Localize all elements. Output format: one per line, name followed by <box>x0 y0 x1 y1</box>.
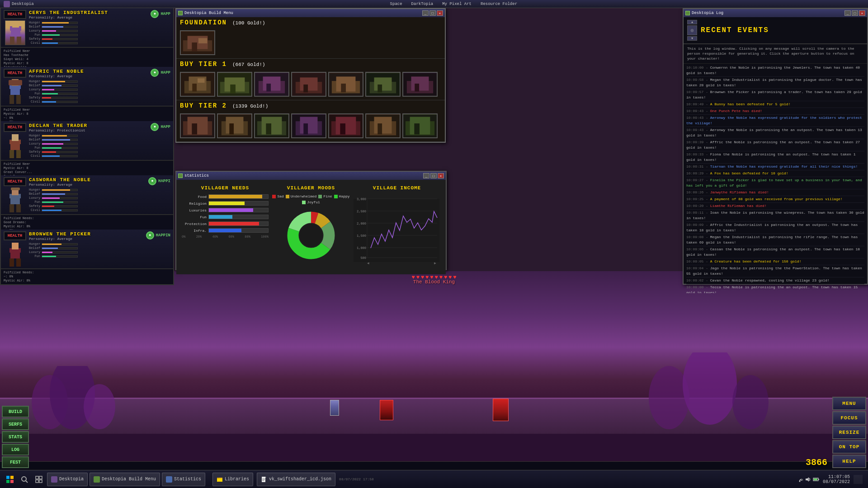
tier1-item-6[interactable] <box>365 72 401 97</box>
income-panel: VILLAGE INCOME 3,000 2,500 2,000 1,500 1… <box>352 183 442 271</box>
tier1-item-4[interactable] <box>291 72 326 97</box>
tier1-item-2[interactable] <box>217 72 252 97</box>
wifi-icon <box>797 476 803 483</box>
log-entry-18[interactable]: 10:09:06 - Cassan the Noble is patronisi… <box>686 246 864 258</box>
svg-rect-19 <box>12 134 19 141</box>
nav-space[interactable]: Space <box>390 2 402 6</box>
menu-button[interactable]: MENU <box>832 397 866 410</box>
help-button[interactable]: HELP <box>832 455 866 468</box>
statistics-window: statistics _ □ × VILLAGER NEEDS Food Rel… <box>175 171 447 270</box>
svg-rect-129 <box>39 476 42 479</box>
taskbar-build-icon <box>94 476 100 483</box>
tier2-item-5[interactable] <box>328 113 363 138</box>
log-entry-20[interactable]: 10:09:04 - Jago the Noble is patronising… <box>686 265 864 277</box>
start-button[interactable] <box>4 473 16 486</box>
taskbar-desktopia[interactable]: Desktopia <box>47 473 88 486</box>
log-button[interactable]: LOG <box>2 444 29 455</box>
foundation-item-1[interactable] <box>180 30 215 55</box>
log-minimize[interactable]: _ <box>844 10 851 16</box>
log-entry-10[interactable]: 10:09:29 - A Fox has been defeated for 1… <box>686 170 864 177</box>
tier2-item-3[interactable] <box>254 113 289 138</box>
build-button[interactable]: BUILD <box>2 406 29 418</box>
svg-rect-34 <box>9 258 14 267</box>
tier1-item-3[interactable] <box>254 72 289 97</box>
log-entry-2[interactable]: 10:09:57 - Brownwn the Picker is patroni… <box>686 89 864 101</box>
stats-minimize[interactable]: _ <box>423 173 429 178</box>
player-sprite <box>330 400 339 416</box>
log-entry-0[interactable]: 10:10:00 - Conwernn the Noble is patroni… <box>686 65 864 77</box>
tier2-item-2[interactable] <box>217 113 252 138</box>
svg-rect-70 <box>411 76 429 90</box>
log-entry-19[interactable]: 10:09:05 - A Creature has been defeated … <box>686 258 864 265</box>
log-nav-down[interactable]: ▼ <box>687 36 697 41</box>
log-entry-17[interactable]: 10:09:08 - Megan the Industrialist is pa… <box>686 234 864 246</box>
build-menu-close[interactable]: × <box>437 10 443 16</box>
focus-button[interactable]: FOCUS <box>832 411 866 425</box>
log-entry-1[interactable]: 10:09:58 - Megan the Industrialist is pa… <box>686 77 864 89</box>
bronwen-fun-bar <box>42 256 56 257</box>
resize-button[interactable]: RESIZE <box>832 426 866 439</box>
log-entry-11[interactable]: 10:09:27 - Finella the Picker is glad to… <box>686 177 864 189</box>
log-entry-22[interactable]: 10:09:00 - Tecca the Noble is patronisin… <box>686 284 864 293</box>
log-entry-9[interactable]: 10:09:31 - Tiarnan the Noble has express… <box>686 164 864 170</box>
fest-button[interactable]: FEST <box>2 456 29 468</box>
tier2-item-1[interactable] <box>180 113 215 138</box>
log-entry-16[interactable]: 10:09:09 - Affric the Industrialist is p… <box>686 222 864 234</box>
log-entry-14[interactable]: 10:09:20 - Liamthe Rifleman has died! <box>686 203 864 210</box>
cerys-happy: ● HAPP <box>151 10 170 18</box>
taskbar-statistics[interactable]: Statistics <box>162 473 205 486</box>
taskbar-stats-icon <box>166 476 172 483</box>
log-maximize[interactable]: □ <box>852 10 858 16</box>
taskview-button[interactable] <box>33 473 45 486</box>
enemy-sprite-2 <box>493 399 509 421</box>
bronwen-happy: ● HAPPIN <box>146 231 170 239</box>
declan-sprite <box>5 133 25 158</box>
taskbar-right: 11:07:05 08/07/2022 <box>791 474 868 484</box>
ontop-button[interactable]: ON TOP <box>832 440 866 454</box>
stats-button[interactable]: STATS <box>2 431 29 443</box>
tier2-item-4[interactable] <box>291 113 326 138</box>
log-entry-7[interactable]: 10:09:39 - Affric the Noble is patronisi… <box>686 139 864 151</box>
log-aperture-btn[interactable]: ◎ <box>687 25 697 35</box>
taskbar-libraries[interactable]: Libraries <box>212 473 253 486</box>
tier2-item-6[interactable] <box>365 113 401 138</box>
tier1-item-7[interactable] <box>402 72 438 97</box>
tier1-item-5[interactable] <box>328 72 363 97</box>
tier1-item-1[interactable] <box>180 72 215 97</box>
declan-happy: ● HAPP <box>151 123 170 131</box>
log-entry-12[interactable]: 10:09:26 - Janwythe Rifleman has died! <box>686 189 864 196</box>
casworan-name: CASWORAN THE NOBLE <box>29 177 146 183</box>
build-menu-minimize[interactable]: _ <box>422 10 429 16</box>
tier2-item-7[interactable] <box>402 113 438 138</box>
svg-marker-136 <box>265 477 266 478</box>
taskbar-build-menu[interactable]: Desktopia Build Menu <box>90 473 160 486</box>
build-menu-maximize[interactable]: □ <box>429 10 436 16</box>
serfs-button[interactable]: SERFS <box>2 418 29 430</box>
log-entry-15[interactable]: 10:09:11 - Ioan the Noble is patronising… <box>686 210 864 222</box>
log-entry-21[interactable]: 10:09:02 - Cavan the Noble respawned, co… <box>686 277 864 284</box>
log-entry-4[interactable]: 10:09:43 - One Punch Pete has died! <box>686 108 864 115</box>
log-entry-3[interactable]: 10:09:49 - A Bunny has been defeated for… <box>686 101 864 108</box>
log-entry-13[interactable]: 10:09:25 - A payment of 88 gold was rece… <box>686 196 864 203</box>
nav-darktopia[interactable]: DarkTopia <box>411 2 434 6</box>
stats-maximize[interactable]: □ <box>430 173 437 178</box>
svg-rect-20 <box>10 141 20 150</box>
stats-close[interactable]: × <box>438 173 444 178</box>
log-entry-6[interactable]: 10:09:43 - Aeronwy the Noble is patronis… <box>686 127 864 139</box>
search-button[interactable] <box>18 473 31 486</box>
nav-pixel-art[interactable]: My Pixel Art <box>442 2 472 6</box>
moods-title: VILLAGER MOODS <box>272 185 350 191</box>
svg-rect-10 <box>10 26 12 31</box>
bronwen-happy-icon: ● <box>146 231 154 239</box>
nav-resource-folder[interactable]: Resource Folder <box>481 2 517 6</box>
show-desktop-btn[interactable] <box>854 475 863 484</box>
log-nav-up[interactable]: ▲ <box>687 20 697 24</box>
log-close[interactable]: × <box>859 10 865 16</box>
affric-safety-bar <box>42 97 51 99</box>
log-entry-5[interactable]: 10:09:43 - Aeronwy the Noble has express… <box>686 115 864 127</box>
fun-bar <box>209 215 232 219</box>
cerys-health: HEALTH <box>4 10 26 19</box>
log-titlebar-icon <box>685 11 690 15</box>
log-entry-8[interactable]: 10:09:33 - Fiona the Noble is patronisin… <box>686 151 864 164</box>
taskbar-file[interactable]: vk_swiftshader_icd.json <box>257 473 335 486</box>
